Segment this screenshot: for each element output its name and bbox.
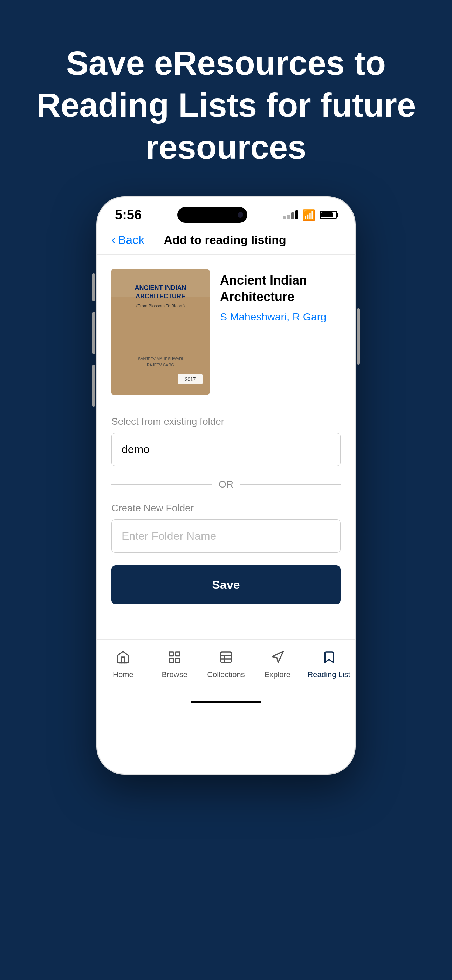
volume-up-button [92,274,95,301]
nav-header: ‹ Back Add to reading listing [97,225,355,255]
back-button[interactable]: ‹ Back [111,232,144,247]
tab-collections-label: Collections [207,670,245,679]
new-folder-label: Create New Folder [111,503,341,514]
home-indicator [97,693,355,711]
new-folder-input[interactable] [111,519,341,553]
reading-list-icon [322,650,336,667]
book-authors: S Maheshwari, R Garg [220,311,341,323]
book-cover-overlay [111,269,210,395]
tab-explore[interactable]: Explore [251,647,303,683]
tab-browse-label: Browse [162,670,188,679]
svg-rect-3 [176,658,180,662]
silent-switch [92,364,95,407]
hero-heading: Save eResources to Reading Lists for fut… [0,0,452,196]
book-section: Ancient Indian Architecture S Maheshwari… [97,255,355,402]
tab-explore-label: Explore [264,670,290,679]
book-title: Ancient Indian Architecture [220,272,341,305]
book-cover-image [111,269,210,395]
svg-rect-2 [169,658,173,662]
page-title: Add to reading listing [144,233,306,247]
tab-browse[interactable]: Browse [149,647,201,683]
back-label: Back [118,233,145,247]
explore-icon [271,650,285,667]
battery-icon [320,211,337,219]
chevron-left-icon: ‹ [111,232,116,247]
tab-home-label: Home [113,670,134,679]
book-info: Ancient Indian Architecture S Maheshwari… [220,269,341,395]
home-bar [191,701,261,703]
form-section: Select from existing folder OR Create Ne… [97,402,355,611]
browse-icon [167,650,181,667]
volume-down-button [92,312,95,354]
signal-icon [283,210,298,220]
tab-bar: Home Browse [97,639,355,693]
phone-screen: 5:56 📶 ‹ Back Add to reading listing [96,196,356,775]
dynamic-island-camera-dot [237,212,243,218]
tab-collections[interactable]: Collections [201,647,252,683]
tab-reading-list-label: Reading List [307,670,350,679]
or-divider: OR [111,479,341,490]
tab-home[interactable]: Home [97,647,149,683]
status-icons: 📶 [283,209,337,221]
dynamic-island [177,207,247,223]
existing-folder-input[interactable] [111,433,341,466]
wifi-icon: 📶 [302,209,315,221]
spacer [97,611,355,639]
status-bar: 5:56 📶 [97,197,355,225]
collections-icon [219,650,233,667]
status-time: 5:56 [115,207,142,223]
home-icon [116,650,130,667]
svg-rect-0 [169,652,173,656]
svg-marker-8 [272,651,283,662]
power-button [357,309,360,364]
phone-frame-wrapper: 5:56 📶 ‹ Back Add to reading listing [96,196,356,775]
save-button[interactable]: Save [111,565,341,604]
svg-rect-1 [176,652,180,656]
existing-folder-label: Select from existing folder [111,416,341,427]
svg-rect-4 [221,652,231,662]
tab-reading-list[interactable]: Reading List [303,647,355,683]
